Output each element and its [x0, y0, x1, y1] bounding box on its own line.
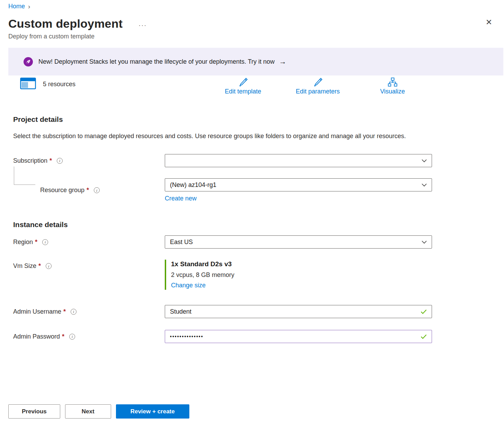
- region-label-group: Region * i: [13, 239, 165, 246]
- edit-template-button[interactable]: Edit template: [225, 77, 261, 95]
- admin-username-field: [165, 305, 432, 318]
- admin-username-input[interactable]: [170, 308, 417, 315]
- custom-deployment-page: Home › Custom deployment ··· ✕ Deploy fr…: [0, 3, 504, 343]
- instance-details-heading: Instance details: [13, 220, 504, 229]
- vm-size-label-group: Vm Size * i: [13, 260, 165, 270]
- chevron-down-icon: [422, 183, 427, 187]
- instance-details-form: Region * i East US Vm Size * i 1x Standa…: [13, 235, 504, 343]
- required-asterisk: *: [63, 308, 66, 315]
- vm-size-info-icon[interactable]: i: [46, 263, 52, 269]
- subscription-row: Subscription * i: [13, 154, 504, 167]
- pencil-icon: [296, 77, 340, 88]
- visualize-button[interactable]: Visualize: [380, 77, 405, 95]
- required-asterisk: *: [87, 187, 89, 194]
- previous-button[interactable]: Previous: [8, 404, 60, 419]
- chevron-down-icon: [422, 241, 427, 244]
- edit-template-label: Edit template: [225, 88, 261, 95]
- vm-size-title: 1x Standard D2s v3: [171, 260, 432, 268]
- create-new-link[interactable]: Create new: [165, 195, 197, 202]
- subscription-info-icon[interactable]: i: [57, 158, 63, 164]
- vm-size-selection: 1x Standard D2s v3 2 vcpus, 8 GB memory …: [165, 260, 432, 290]
- template-resource-icon: [20, 78, 36, 91]
- project-details-form: Subscription * i Resource group * i (New…: [13, 154, 504, 202]
- breadcrumb: Home ›: [8, 3, 504, 10]
- required-asterisk: *: [50, 157, 52, 164]
- banner-text: New! Deployment Stacks let you manage th…: [38, 58, 274, 65]
- valid-check-icon: [421, 334, 427, 339]
- breadcrumb-home-link[interactable]: Home: [8, 3, 25, 10]
- breadcrumb-chevron-icon: ›: [28, 3, 30, 10]
- page-subtitle: Deploy from a custom template: [8, 33, 504, 40]
- region-row: Region * i East US: [13, 235, 504, 249]
- pencil-icon: [225, 77, 261, 88]
- admin-password-label: Admin Password: [13, 333, 60, 340]
- edit-parameters-button[interactable]: Edit parameters: [296, 77, 340, 95]
- template-bar: 5 resources Edit template Edit parameter…: [0, 77, 504, 100]
- resource-group-label-group: Resource group * i: [13, 187, 165, 194]
- admin-password-row: Admin Password * i: [13, 330, 504, 343]
- page-header: Custom deployment ··· ✕: [8, 17, 496, 30]
- admin-password-label-group: Admin Password * i: [13, 333, 165, 340]
- resource-group-value: (New) az104-rg1: [170, 181, 216, 189]
- required-asterisk: *: [38, 262, 41, 270]
- vm-size-row: Vm Size * i 1x Standard D2s v3 2 vcpus, …: [13, 260, 504, 290]
- resource-group-info-icon[interactable]: i: [94, 187, 100, 193]
- admin-password-info-icon[interactable]: i: [69, 334, 75, 340]
- admin-username-label-group: Admin Username * i: [13, 308, 165, 315]
- admin-username-label: Admin Username: [13, 308, 61, 315]
- resource-group-dropdown[interactable]: (New) az104-rg1: [165, 178, 432, 191]
- change-size-link[interactable]: Change size: [171, 282, 206, 289]
- rocket-icon: [24, 57, 33, 66]
- arrow-right-icon: →: [279, 57, 286, 66]
- resource-group-control: (New) az104-rg1 Create new: [165, 178, 432, 202]
- required-asterisk: *: [62, 333, 64, 340]
- resource-group-label: Resource group: [40, 187, 84, 194]
- valid-check-icon: [421, 309, 427, 314]
- title-group: Custom deployment ···: [8, 17, 147, 30]
- project-details-heading: Project details: [13, 115, 504, 124]
- region-label: Region: [13, 239, 33, 246]
- admin-password-field: [165, 330, 432, 343]
- admin-password-input[interactable]: [170, 334, 417, 339]
- template-summary: 5 resources: [20, 78, 75, 91]
- admin-username-info-icon[interactable]: i: [71, 309, 76, 315]
- wizard-footer: Previous Next Review + create: [8, 404, 189, 419]
- visualize-label: Visualize: [380, 88, 405, 95]
- page-title: Custom deployment: [8, 17, 123, 30]
- project-details-description: Select the subscription to manage deploy…: [13, 131, 415, 142]
- resource-group-row: Resource group * i (New) az104-rg1 Creat…: [13, 178, 504, 202]
- region-value: East US: [170, 239, 193, 246]
- more-options-button[interactable]: ···: [138, 22, 147, 29]
- admin-username-row: Admin Username * i: [13, 305, 504, 318]
- region-dropdown[interactable]: East US: [165, 235, 432, 249]
- subscription-label-group: Subscription * i: [13, 157, 165, 164]
- close-icon[interactable]: ✕: [484, 17, 494, 28]
- vm-size-specs: 2 vcpus, 8 GB memory: [171, 271, 432, 279]
- org-chart-icon: [380, 77, 405, 88]
- vm-size-label: Vm Size: [13, 262, 36, 270]
- resource-group-tree-connector: [14, 167, 35, 185]
- subscription-dropdown[interactable]: [165, 154, 432, 167]
- region-info-icon[interactable]: i: [42, 239, 48, 245]
- deployment-stacks-banner[interactable]: New! Deployment Stacks let you manage th…: [8, 48, 503, 75]
- review-create-button[interactable]: Review + create: [116, 404, 189, 419]
- chevron-down-icon: [422, 159, 427, 162]
- required-asterisk: *: [35, 239, 37, 246]
- edit-parameters-label: Edit parameters: [296, 88, 340, 95]
- next-button[interactable]: Next: [65, 404, 111, 419]
- resource-count-label: 5 resources: [43, 81, 75, 88]
- subscription-label: Subscription: [13, 157, 47, 164]
